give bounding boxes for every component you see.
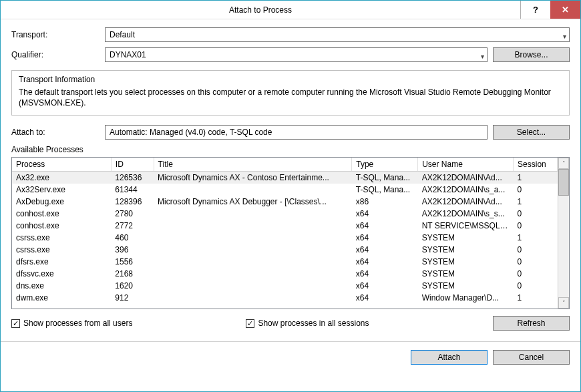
dialog-content: Transport: Default ▾ Qualifier: DYNAX01 … <box>1 19 580 391</box>
cell-session: 0 <box>514 280 558 292</box>
cell-session: 0 <box>514 208 558 220</box>
cell-type: T-SQL, Mana... <box>352 172 418 184</box>
process-table[interactable]: Process ID Title Type User Name Session … <box>12 158 558 304</box>
cell-process: dns.exe <box>12 280 111 292</box>
options-row: ✓ Show processes from all users ✓ Show p… <box>11 316 570 331</box>
transport-info-text: The default transport lets you select pr… <box>19 87 562 108</box>
cell-type: x64 <box>352 292 418 304</box>
cell-title <box>154 280 352 292</box>
cell-user: SYSTEM <box>418 256 514 268</box>
transport-info-group: Transport Information The default transp… <box>11 70 570 116</box>
cell-process: Ax32Serv.exe <box>12 184 111 196</box>
table-row[interactable]: dwm.exe912x64Window Manager\D...1 <box>12 292 558 304</box>
window-buttons: ? ✕ <box>520 1 580 19</box>
table-row[interactable]: dfsrs.exe1556x64SYSTEM0 <box>12 256 558 268</box>
attach-to-label: Attach to: <box>11 128 105 137</box>
browse-button[interactable]: Browse... <box>493 47 570 62</box>
transport-info-legend: Transport Information <box>16 75 98 84</box>
qualifier-label: Qualifier: <box>11 50 105 59</box>
table-row[interactable]: conhost.exe2780x64AX2K12DOMAIN\s_s...0 <box>12 208 558 220</box>
cell-session: 0 <box>514 268 558 280</box>
table-row[interactable]: csrss.exe460x64SYSTEM1 <box>12 232 558 244</box>
cell-process: conhost.exe <box>12 208 111 220</box>
cell-type: x64 <box>352 280 418 292</box>
col-header-process[interactable]: Process <box>12 158 111 172</box>
chevron-up-icon: ˄ <box>562 160 566 167</box>
cell-process: dfsrs.exe <box>12 256 111 268</box>
cell-title: Microsoft Dynamics AX - Contoso Entertai… <box>154 172 352 184</box>
available-processes-label: Available Processes <box>11 145 570 154</box>
scrollbar-track[interactable] <box>558 169 569 297</box>
attach-to-row: Attach to: Automatic: Managed (v4.0) cod… <box>11 125 570 140</box>
qualifier-value: DYNAX01 <box>110 50 146 59</box>
cell-id: 128396 <box>111 196 154 208</box>
col-header-title[interactable]: Title <box>154 158 352 172</box>
cell-type: x64 <box>352 232 418 244</box>
col-header-type[interactable]: Type <box>352 158 418 172</box>
cell-type: x64 <box>352 208 418 220</box>
refresh-button[interactable]: Refresh <box>493 316 570 331</box>
titlebar: Attach to Process ? ✕ <box>1 1 580 19</box>
show-all-users-checkbox[interactable]: ✓ Show processes from all users <box>11 319 132 328</box>
table-row[interactable]: conhost.exe2772x64NT SERVICE\MSSQLF...0 <box>12 220 558 232</box>
chevron-down-icon: ▾ <box>481 50 484 63</box>
cell-user: SYSTEM <box>418 280 514 292</box>
cell-user: AX2K12DOMAIN\s_s... <box>418 208 514 220</box>
scroll-down-button[interactable]: ˅ <box>558 297 569 309</box>
cell-title <box>154 184 352 196</box>
table-row[interactable]: Ax32.exe126536Microsoft Dynamics AX - Co… <box>12 172 558 184</box>
vertical-scrollbar[interactable]: ˄ ˅ <box>558 158 569 309</box>
process-table-scroll: Process ID Title Type User Name Session … <box>12 158 558 309</box>
cancel-button[interactable]: Cancel <box>493 350 570 365</box>
table-row[interactable]: dfssvc.exe2168x64SYSTEM0 <box>12 268 558 280</box>
cell-id: 1556 <box>111 256 154 268</box>
cell-session: 0 <box>514 184 558 196</box>
cell-title <box>154 232 352 244</box>
table-row[interactable]: Ax32Serv.exe61344T-SQL, Mana...AX2K12DOM… <box>12 184 558 196</box>
cell-title <box>154 244 352 256</box>
table-row[interactable]: dns.exe1620x64SYSTEM0 <box>12 280 558 292</box>
cell-title <box>154 268 352 280</box>
close-button[interactable]: ✕ <box>550 1 580 19</box>
attach-to-value: Automatic: Managed (v4.0) code, T-SQL co… <box>105 125 488 140</box>
window-title: Attach to Process <box>1 1 520 19</box>
cell-user: Window Manager\D... <box>418 292 514 304</box>
cell-user: SYSTEM <box>418 244 514 256</box>
cell-user: AX2K12DOMAIN\Ad... <box>418 172 514 184</box>
cell-id: 1620 <box>111 280 154 292</box>
show-all-sessions-label: Show processes in all sessions <box>258 319 369 328</box>
transport-row: Transport: Default ▾ <box>11 27 570 42</box>
cell-process: csrss.exe <box>12 244 111 256</box>
cell-process: csrss.exe <box>12 232 111 244</box>
table-header-row: Process ID Title Type User Name Session <box>12 158 558 172</box>
show-all-sessions-checkbox[interactable]: ✓ Show processes in all sessions <box>246 319 369 328</box>
cell-type: x64 <box>352 244 418 256</box>
cell-session: 0 <box>514 220 558 232</box>
col-header-session[interactable]: Session <box>514 158 558 172</box>
chevron-down-icon: ˅ <box>562 300 566 307</box>
cell-id: 912 <box>111 292 154 304</box>
chevron-down-icon: ▾ <box>563 30 566 43</box>
scroll-up-button[interactable]: ˄ <box>558 158 569 169</box>
qualifier-select[interactable]: DYNAX01 ▾ <box>105 47 488 62</box>
process-table-wrap: Process ID Title Type User Name Session … <box>11 157 570 309</box>
select-button[interactable]: Select... <box>493 125 570 140</box>
col-header-id[interactable]: ID <box>111 158 154 172</box>
scrollbar-thumb[interactable] <box>558 169 569 196</box>
qualifier-row: Qualifier: DYNAX01 ▾ Browse... <box>11 47 570 62</box>
help-button[interactable]: ? <box>520 1 550 19</box>
table-row[interactable]: AxDebug.exe128396Microsoft Dynamics AX D… <box>12 196 558 208</box>
attach-button[interactable]: Attach <box>411 350 488 365</box>
checkbox-checked-icon: ✓ <box>11 319 20 328</box>
cell-process: conhost.exe <box>12 220 111 232</box>
show-all-users-label: Show processes from all users <box>23 319 132 328</box>
close-icon: ✕ <box>562 5 569 15</box>
cell-id: 396 <box>111 244 154 256</box>
cell-id: 2772 <box>111 220 154 232</box>
table-row[interactable]: csrss.exe396x64SYSTEM0 <box>12 244 558 256</box>
col-header-user[interactable]: User Name <box>418 158 514 172</box>
cell-session: 1 <box>514 232 558 244</box>
cell-title <box>154 220 352 232</box>
transport-select[interactable]: Default ▾ <box>105 27 570 42</box>
cell-title <box>154 208 352 220</box>
